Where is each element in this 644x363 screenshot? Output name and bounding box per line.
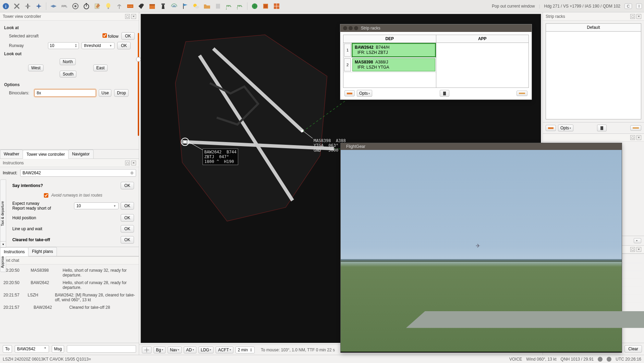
window-close-icon[interactable]: [343, 26, 347, 30]
rack-shelf-icon[interactable]: [546, 125, 556, 131]
hold-position-ok[interactable]: OK: [121, 214, 134, 222]
lightbulb-icon[interactable]: [105, 2, 112, 10]
chat-log[interactable]: 20:20:50MAS8398Hello, short of runway 32…: [0, 265, 139, 343]
eye-circle-icon[interactable]: [72, 2, 79, 10]
chat-dest-select[interactable]: BAW2642▼: [15, 345, 49, 353]
popout-label[interactable]: Pop out current window: [492, 4, 535, 9]
flag-blue-icon[interactable]: [181, 2, 189, 10]
clear-button[interactable]: Clear: [624, 345, 642, 353]
binoc-use-button[interactable]: Use: [99, 89, 111, 97]
selected-ac-ok-button[interactable]: OK: [121, 32, 135, 40]
grid-orange-icon[interactable]: [273, 2, 280, 10]
threshold-select[interactable]: threshold▼: [82, 42, 114, 49]
panel-popout-icon[interactable]: ▢: [630, 14, 635, 19]
radar-time-field[interactable]: 2 min▲▼: [235, 347, 255, 353]
strip-shelf-icon[interactable]: [344, 90, 355, 96]
radar-bg-button[interactable]: Bg▾: [154, 347, 166, 353]
binoc-drop-button[interactable]: Drop: [114, 89, 129, 97]
panel-close-icon[interactable]: ✕: [636, 14, 641, 19]
cleared-takeoff-ok[interactable]: OK: [121, 236, 134, 244]
east-button[interactable]: East: [93, 65, 108, 71]
fg-titlebar[interactable]: FlightGear: [341, 143, 622, 150]
strips-titlebar[interactable]: Strip racks: [340, 24, 532, 32]
radar-acft-button[interactable]: ACFT▾: [216, 347, 233, 353]
tools-crossed-icon[interactable]: [13, 2, 21, 10]
strip-racks-window[interactable]: Strip racks DEP 1 BAW2642 B744/HIFR: LSZ…: [340, 24, 532, 100]
flightgear-window[interactable]: FlightGear ✈: [340, 143, 622, 353]
binoculars-input[interactable]: [34, 89, 96, 97]
mode-i-button[interactable]: I: [636, 3, 642, 9]
runway-spinner[interactable]: 10▲▼: [48, 42, 79, 49]
clear-x-icon[interactable]: ⊗: [130, 171, 134, 175]
runway-ok-button[interactable]: OK: [117, 42, 131, 49]
expect-runway-select[interactable]: 10▼: [74, 202, 119, 209]
rack-delete-icon[interactable]: [597, 125, 607, 131]
panel-close-icon[interactable]: ✕: [131, 161, 136, 165]
panel-popout-icon[interactable]: ▢: [125, 14, 130, 19]
radar-nav-button[interactable]: Nav▾: [168, 347, 182, 353]
panel-close-icon[interactable]: ✕: [636, 247, 641, 252]
layers-orange-icon[interactable]: [262, 2, 269, 10]
strip-delete-icon[interactable]: [440, 90, 449, 97]
right-mid-dd-button[interactable]: ▾: [634, 238, 641, 243]
fpl-green2-icon[interactable]: FPL↑: [236, 2, 244, 10]
radar-crosshair-icon[interactable]: [142, 347, 151, 353]
panel-popout-icon[interactable]: ▢: [630, 247, 635, 252]
mode-c-button[interactable]: C: [624, 3, 632, 9]
follow-checkbox[interactable]: [102, 33, 107, 38]
flight-strip[interactable]: MAS8398 A388/JIFR: LSZH YTGA: [352, 58, 435, 71]
strip-opts-button[interactable]: Opts▾: [357, 90, 372, 97]
fg-3d-view[interactable]: ✈: [341, 150, 622, 352]
globe-green-icon[interactable]: [251, 2, 258, 10]
runway-orange-icon[interactable]: [126, 2, 134, 10]
tab-tower-view[interactable]: Tower view controller: [23, 150, 69, 159]
fpl-green1-icon[interactable]: FPL↓: [225, 2, 233, 10]
tab-navigator[interactable]: Navigator: [68, 150, 93, 159]
strip-bar-icon[interactable]: [517, 91, 527, 96]
document-grey-icon[interactable]: [214, 2, 222, 10]
vertical-zoom-slider[interactable]: [138, 33, 139, 136]
antenna-icon[interactable]: [116, 2, 123, 10]
avoid-runways-checkbox[interactable]: [44, 193, 48, 198]
tab-weather[interactable]: Weather: [0, 150, 23, 159]
tower-dark-icon[interactable]: [159, 2, 167, 10]
plane-silhouette-icon[interactable]: [137, 2, 145, 10]
spinner-arrows-icon[interactable]: ▲▼: [75, 44, 77, 48]
flight-strip[interactable]: BAW2642 B744/HIFR: LSZH ZBTJ: [352, 44, 435, 57]
rack-opts-button[interactable]: Opts▾: [558, 125, 573, 131]
fpl-text-icon[interactable]: FPL: [61, 2, 68, 10]
compass-rose-icon[interactable]: [24, 2, 32, 10]
north-button[interactable]: North: [60, 58, 76, 65]
instruct-target-field[interactable]: BAW2642⊗: [20, 169, 136, 177]
side-tab-more-icon[interactable]: ▾: [0, 241, 6, 247]
panel-popout-icon[interactable]: ▢: [125, 161, 130, 165]
tab-instructions[interactable]: Instructions: [0, 247, 28, 256]
cursor-star-icon[interactable]: [35, 2, 42, 10]
line-up-wait-ok[interactable]: OK: [121, 225, 134, 233]
cloud-rotate-icon[interactable]: [170, 2, 178, 10]
radar-ldg-button[interactable]: LDG▾: [198, 347, 214, 353]
expect-runway-ok[interactable]: OK: [121, 202, 134, 210]
south-button[interactable]: South: [60, 71, 76, 78]
panel-close-icon[interactable]: ✕: [636, 135, 641, 140]
chat-msg-input[interactable]: [67, 345, 136, 353]
rack-bar-icon[interactable]: [630, 125, 641, 131]
say-intentions-ok[interactable]: OK: [121, 182, 134, 189]
follow-checkbox-label[interactable]: follow: [102, 33, 119, 39]
west-button[interactable]: West: [28, 65, 44, 71]
side-tab-taxi-departure[interactable]: Taxi & departure: [0, 179, 6, 248]
window-min-icon[interactable]: [349, 26, 353, 30]
panel-close-icon[interactable]: ✕: [131, 14, 136, 19]
folder-icon[interactable]: [203, 2, 211, 10]
calendar-orange-icon[interactable]: [148, 2, 156, 10]
stopwatch-icon[interactable]: [83, 2, 90, 10]
tab-flight-plans[interactable]: Flight plans: [28, 247, 57, 256]
aircraft-top-icon[interactable]: [50, 2, 57, 10]
panel-popout-icon[interactable]: ▢: [630, 135, 635, 140]
sun-cloud-icon[interactable]: [192, 2, 200, 10]
slider-knob[interactable]: [136, 57, 141, 62]
radar-ad-button[interactable]: AD▾: [184, 347, 196, 353]
radar-label-baw2642[interactable]: BAW2642 B744 ZBTJ 047° 1800 ^ H190: [203, 149, 238, 165]
window-max-icon[interactable]: [354, 26, 358, 30]
note-edit-icon[interactable]: [94, 2, 101, 10]
